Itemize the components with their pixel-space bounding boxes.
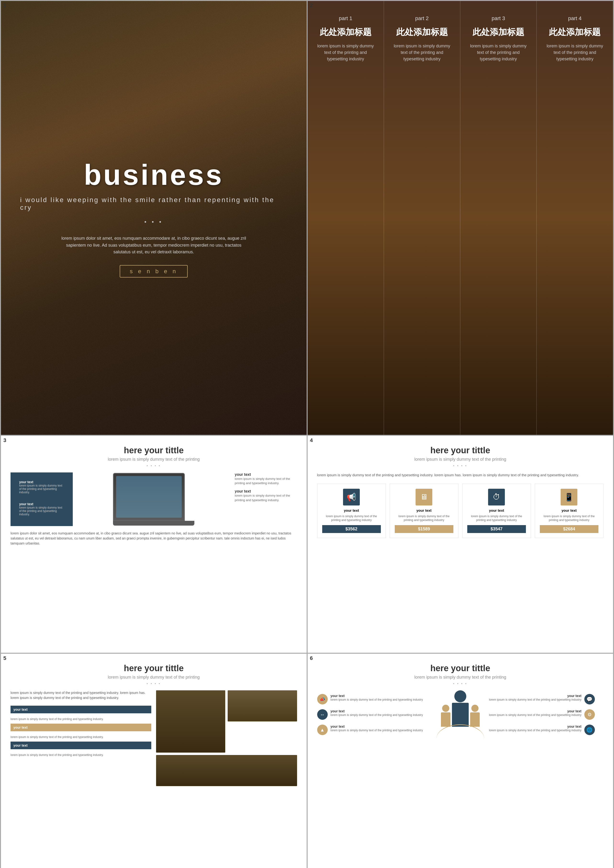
slide-6-subtitle: lorem ipsum is simply dummy text of the … bbox=[317, 675, 604, 680]
slide-4-card-1-price: $3562 bbox=[322, 525, 381, 533]
slide-3-left-item-2: your text lorem ipsum is simply dummy te… bbox=[16, 499, 68, 519]
slide-3-right-item-2: your text lorem ipsum is simply dummy te… bbox=[235, 489, 297, 502]
slide-4-card-4: 📱 your text lorem ipsum is simply dummy … bbox=[535, 484, 603, 538]
slide-5-item-2-desc: lorem ipsum is simply dummy text of the … bbox=[11, 735, 151, 739]
slide-5-item-2-label: your text bbox=[11, 724, 151, 731]
slide-6-right-text-3: your text lorem ipsum is simply dummy te… bbox=[489, 725, 581, 733]
slide-3-right: your text lorem ipsum is simply dummy te… bbox=[235, 472, 297, 526]
slide-3-dots: • • • • bbox=[11, 464, 297, 467]
person-1-head bbox=[442, 705, 449, 712]
slide-3-main: your text lorem ipsum is simply dummy te… bbox=[11, 472, 297, 526]
slide-4-dots: • • • • bbox=[317, 464, 604, 467]
slide-4-card-2-price: $1589 bbox=[395, 525, 453, 533]
person-3-head bbox=[471, 705, 479, 712]
slide-2-col-4: part 4 此处添加标题 lorem ipsum is simply dumm… bbox=[536, 1, 613, 435]
slide-2-part1-text: lorem ipsum is simply dummy text of the … bbox=[315, 43, 377, 62]
slide-2-col-1: part 1 此处添加标题 lorem ipsum is simply dumm… bbox=[308, 1, 384, 435]
slide-2-col-3: part 3 此处添加标题 lorem ipsum is simply dumm… bbox=[460, 1, 536, 435]
slide-3: 3 here your tittle lorem ipsum is simply… bbox=[1, 436, 307, 653]
slide-1-body: lorem ipsum dolor sit amet, eos numquam … bbox=[58, 235, 250, 256]
slide-2-part1-title: 此处添加标题 bbox=[320, 26, 372, 38]
slide-5-content: lorem ipsum is simply dummy text of the … bbox=[11, 690, 297, 786]
slide-1-title: business bbox=[84, 158, 223, 191]
slide-2-part2-label: part 2 bbox=[415, 16, 429, 22]
slide-2-part1-label: part 1 bbox=[339, 16, 352, 22]
slide-2-part4-title: 此处添加标题 bbox=[549, 26, 601, 38]
slide-4-card-2-icon: 🖥 bbox=[416, 489, 432, 505]
slide-6-right: your text lorem ipsum is simply dummy te… bbox=[489, 694, 603, 735]
slide-2-number: 2 bbox=[310, 2, 313, 9]
slide-4-subtitle: lorem ipsum is simply dummy text of the … bbox=[317, 457, 604, 462]
slide-5-photo-3 bbox=[156, 755, 297, 786]
slide-6-right-item-2: your text lorem ipsum is simply dummy te… bbox=[489, 709, 603, 720]
slide-6-icon-1: 📣 bbox=[317, 694, 328, 705]
slide-5-left: lorem ipsum is simply dummy text of the … bbox=[11, 690, 151, 786]
slide-4-card-1-label: your text bbox=[344, 508, 359, 512]
slide-3-left: your text lorem ipsum is simply dummy te… bbox=[11, 472, 73, 526]
page-grid: 1 business i would like weeping with the… bbox=[0, 0, 614, 868]
slide-6-dots: • • • • bbox=[317, 682, 604, 686]
slide-4-card-4-icon: 📱 bbox=[561, 489, 577, 505]
slide-4-card-4-label: your text bbox=[561, 508, 577, 512]
slide-6-left-item-2: ↔ your text lorem ipsum is simply dummy … bbox=[317, 709, 432, 720]
slide-5-body: lorem ipsum is simply dummy text of the … bbox=[11, 690, 151, 700]
slide-1-number: 1 bbox=[3, 2, 6, 9]
slide-6-right-item-3: your text lorem ipsum is simply dummy te… bbox=[489, 725, 603, 735]
slide-6-right-icon-2: ⚙ bbox=[584, 709, 595, 720]
slide-5-subtitle: lorem ipsum is simply dummy text of the … bbox=[11, 675, 297, 680]
slide-5-dots: • • • • bbox=[11, 682, 297, 686]
person-3-body bbox=[470, 712, 480, 727]
slide-4-card-2-desc: lorem ipsum is simply dummy text of the … bbox=[395, 514, 453, 522]
slide-6-right-icon-1: 💬 bbox=[584, 694, 595, 705]
slide-6-text-2: your text lorem ipsum is simply dummy te… bbox=[330, 709, 423, 717]
slide-5-photo-2 bbox=[228, 690, 297, 722]
people-figures bbox=[441, 690, 480, 727]
slide-6-icon-3: ▲ bbox=[317, 725, 328, 735]
slide-2-part3-title: 此处添加标题 bbox=[473, 26, 524, 38]
slide-6-right-text-1: your text lorem ipsum is simply dummy te… bbox=[489, 694, 581, 702]
slide-6-text-3: your text lorem ipsum is simply dummy te… bbox=[330, 725, 423, 733]
slide-3-subtitle: lorem ipsum is simply dummy text of the … bbox=[11, 457, 297, 462]
person-center-head bbox=[454, 690, 466, 702]
slide-6-left-item-1: 📣 your text lorem ipsum is simply dummy … bbox=[317, 694, 432, 705]
slide-3-number: 3 bbox=[3, 437, 6, 444]
slide-4-title: here your tittle bbox=[317, 446, 604, 455]
slide-2-content: part 1 此处添加标题 lorem ipsum is simply dumm… bbox=[308, 1, 613, 435]
slide-6-layout: 📣 your text lorem ipsum is simply dummy … bbox=[317, 690, 604, 739]
slide-6-right-item-1: your text lorem ipsum is simply dummy te… bbox=[489, 694, 603, 705]
slide-5: 5 here your tittle lorem ipsum is simply… bbox=[1, 654, 307, 868]
slide-6-left: 📣 your text lorem ipsum is simply dummy … bbox=[317, 694, 432, 735]
slide-2-part4-text: lorem ipsum is simply dummy text of the … bbox=[544, 43, 606, 62]
slide-4-card-3-icon: ⏱ bbox=[488, 489, 505, 505]
slide-5-number: 5 bbox=[3, 655, 6, 661]
slide-4-card-1-icon: 📢 bbox=[343, 489, 360, 505]
slide-4-card-4-price: $2684 bbox=[540, 525, 598, 533]
slide-1-dots: • • • bbox=[144, 219, 163, 225]
slide-3-bottom: lorem ipsum dolor sit amet, eos numquam … bbox=[11, 531, 297, 546]
laptop-icon bbox=[113, 473, 185, 521]
person-1-body bbox=[441, 712, 451, 727]
slide-4-card-3-desc: lorem ipsum is simply dummy text of the … bbox=[467, 514, 526, 522]
slide-5-item-1-desc: lorem ipsum is simply dummy text of the … bbox=[11, 717, 151, 721]
slide-5-photo-1 bbox=[156, 690, 225, 753]
slide-4-card-3-label: your text bbox=[489, 508, 504, 512]
slide-6-number: 6 bbox=[310, 655, 313, 661]
slide-6-left-item-3: ▲ your text lorem ipsum is simply dummy … bbox=[317, 725, 432, 735]
person-1 bbox=[441, 705, 451, 727]
slide-2-col-2: part 2 此处添加标题 lorem ipsum is simply dumm… bbox=[384, 1, 460, 435]
slide-4-card-3-price: $3547 bbox=[467, 525, 526, 533]
slide-6: 6 here your tittle lorem ipsum is simply… bbox=[308, 654, 613, 868]
slide-2-part3-text: lorem ipsum is simply dummy text of the … bbox=[468, 43, 529, 62]
slide-3-laptop bbox=[78, 472, 230, 526]
slide-2-part4-label: part 4 bbox=[568, 16, 581, 22]
slide-2-part2-text: lorem ipsum is simply dummy text of the … bbox=[391, 43, 453, 62]
slide-4-card-4-desc: lorem ipsum is simply dummy text of the … bbox=[540, 514, 598, 522]
slide-4: 4 here your tittle lorem ipsum is simply… bbox=[308, 436, 613, 653]
slide-6-text-1: your text lorem ipsum is simply dummy te… bbox=[330, 694, 423, 702]
slide-5-right bbox=[156, 690, 297, 786]
slide-3-left-item-1: your text lorem ipsum is simply dummy te… bbox=[16, 477, 68, 497]
slide-4-card-3: ⏱ your text lorem ipsum is simply dummy … bbox=[462, 484, 531, 538]
slide-6-right-icon-3: 🌐 bbox=[584, 725, 595, 735]
slide-4-number: 4 bbox=[310, 437, 313, 444]
slide-6-right-text-2: your text lorem ipsum is simply dummy te… bbox=[489, 709, 581, 717]
